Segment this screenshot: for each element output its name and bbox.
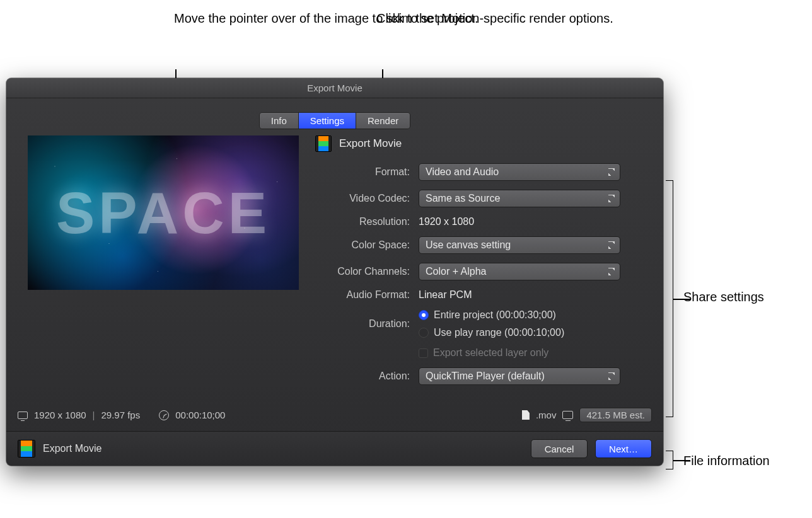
preview-thumbnail[interactable]: SPACE	[28, 135, 299, 290]
codec-label: Video Codec:	[315, 193, 410, 204]
clock-icon	[159, 410, 169, 420]
channels-label: Color Channels:	[315, 266, 410, 277]
export-selected-label: Export selected layer only	[433, 347, 548, 359]
format-label: Format:	[315, 166, 410, 178]
resolution-value: 1920 x 1080	[419, 216, 642, 227]
audio-label: Audio Format:	[315, 289, 410, 301]
callout-fileinfo: File information	[683, 452, 770, 469]
callout-share: Share settings	[683, 289, 764, 306]
header-title: Export Movie	[339, 137, 402, 150]
duration-range-label: Use play range (00:00:10;00)	[434, 327, 564, 338]
callout-render: Click to set Motion-specific render opti…	[376, 10, 613, 27]
footer: Export Movie Cancel Next…	[6, 432, 663, 466]
status-dims: 1920 x 1080	[34, 410, 86, 420]
duration-label: Duration:	[315, 318, 410, 330]
channels-select[interactable]: Color + Alpha	[419, 263, 620, 280]
status-size: 421.5 MB est.	[579, 408, 652, 422]
status-timecode: 00:00:10;00	[175, 410, 225, 420]
radio-entire-project[interactable]	[419, 310, 429, 320]
footer-project-icon	[18, 440, 35, 458]
tab-settings[interactable]: Settings	[299, 113, 356, 129]
format-select[interactable]: Video and Audio	[419, 163, 620, 181]
action-label: Action:	[315, 371, 410, 382]
preview-text: SPACE	[56, 180, 270, 246]
window-title: Export Movie	[6, 78, 663, 98]
status-bar: 1920 x 1080 | 29.97 fps 00:00:10;00 .mov…	[6, 401, 663, 432]
codec-select[interactable]: Same as Source	[419, 190, 620, 207]
duration-entire-row[interactable]: Entire project (00:00:30;00)	[419, 309, 642, 321]
status-sep-1: |	[93, 410, 95, 420]
cancel-button[interactable]: Cancel	[531, 439, 588, 458]
next-button[interactable]: Next…	[595, 439, 652, 458]
export-selected-checkbox	[419, 348, 428, 358]
tab-segmented-control: Info Settings Render	[259, 112, 410, 129]
settings-form: Format: Video and Audio Video Codec: Sam…	[315, 163, 642, 385]
colorspace-select[interactable]: Use canvas setting	[419, 236, 620, 254]
audio-value: Linear PCM	[419, 289, 642, 301]
resolution-label: Resolution:	[315, 216, 410, 227]
resolution-icon	[18, 412, 28, 419]
colorspace-label: Color Space:	[315, 239, 410, 251]
bracket-share	[666, 180, 673, 417]
tab-info[interactable]: Info	[260, 113, 299, 129]
project-icon	[315, 135, 332, 152]
status-ext: .mov	[536, 410, 557, 420]
action-select[interactable]: QuickTime Player (default)	[419, 367, 620, 385]
radio-use-play-range[interactable]	[419, 328, 429, 338]
export-movie-dialog: Export Movie Info Settings Render SPACE …	[6, 78, 663, 466]
tab-render[interactable]: Render	[356, 113, 410, 129]
footer-title: Export Movie	[43, 443, 102, 454]
duration-range-row[interactable]: Use play range (00:00:10;00)	[419, 327, 642, 338]
bracket-fileinfo	[666, 451, 673, 469]
status-fps: 29.97 fps	[101, 410, 140, 420]
export-selected-row: Export selected layer only	[419, 347, 642, 359]
tab-row: Info Settings Render	[6, 98, 663, 135]
document-icon	[522, 410, 530, 420]
monitor-icon	[562, 411, 573, 419]
duration-entire-label: Entire project (00:00:30;00)	[434, 309, 556, 321]
